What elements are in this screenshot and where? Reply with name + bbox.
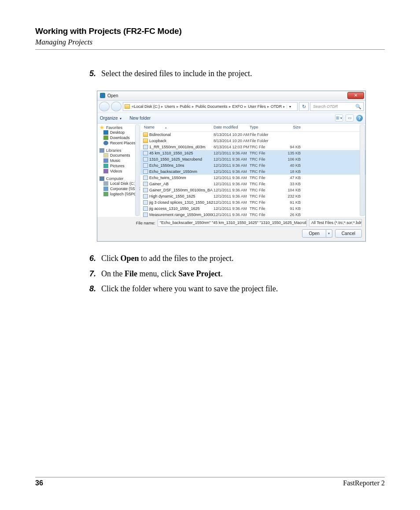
new-folder-button[interactable]: New folder: [129, 116, 151, 121]
filename-value: "Echo_backscatter_1550nm" "45 km_1310_15…: [160, 220, 307, 225]
sidebar-logitech[interactable]: logitech (\\SPQC: [110, 192, 140, 196]
refresh-button[interactable]: ↻: [299, 102, 309, 111]
breadcrumb-part[interactable]: OTDR: [271, 104, 282, 109]
recent-icon: [103, 141, 108, 145]
dialog-title: Open: [107, 93, 347, 98]
music-icon: [103, 158, 108, 163]
section-subtitle: Managing Projects: [35, 38, 385, 47]
library-icon: [99, 148, 104, 153]
file-row[interactable]: Gainer_DSF_1550nm_00100ns_BA12/1/2011 9:…: [140, 187, 365, 193]
file-icon: [143, 213, 148, 217]
file-row[interactable]: Echo_twins_1550nm12/1/2011 9:36 AMTRC Fi…: [140, 175, 365, 181]
file-row[interactable]: 1310_1550_1625_Macrobend12/1/2011 9:36 A…: [140, 156, 365, 162]
file-icon: [143, 151, 148, 155]
file-size: 94 KB: [279, 145, 304, 149]
breadcrumb-part[interactable]: Users: [165, 104, 175, 109]
sidebar-computer[interactable]: Computer: [106, 176, 124, 181]
back-button[interactable]: [99, 102, 110, 111]
file-date: 12/1/2011 9:36 AM: [214, 213, 250, 217]
folder-icon: [143, 139, 148, 143]
network-icon: [103, 187, 108, 191]
file-row[interactable]: 45 km_1310_1550_162512/1/2011 9:36 AMTRC…: [140, 150, 365, 156]
file-row[interactable]: High dynamic_1550_162512/1/2011 9:36 AMT…: [140, 193, 365, 199]
file-name: Gainer_DSF_1550nm_00100ns_BA: [149, 188, 214, 192]
sidebar-downloads[interactable]: Downloads: [110, 136, 130, 140]
file-type: TRC File: [250, 200, 279, 205]
sidebar-favorites[interactable]: Favorites: [106, 125, 122, 130]
step-number: 5.: [88, 67, 101, 80]
file-row[interactable]: 1_RR_1550nm_00010ns_d03m8/13/2014 12:03 …: [140, 144, 365, 150]
col-size[interactable]: Size: [279, 125, 304, 129]
sidebar-recent[interactable]: Recent Places: [110, 141, 136, 145]
file-row[interactable]: Measurement range_1550nm_10000ns12/1/201…: [140, 212, 365, 218]
sidebar-localdisk[interactable]: Local Disk (C:): [110, 181, 136, 186]
filename-label: File name:: [133, 220, 155, 225]
network-icon: [103, 192, 108, 196]
view-button[interactable]: ⊞▾: [335, 114, 343, 121]
filename-input[interactable]: "Echo_backscatter_1550nm" "45 km_1310_15…: [158, 219, 307, 227]
file-type: TRC File: [250, 169, 279, 174]
search-input[interactable]: Search OTDR 🔍: [310, 102, 364, 111]
file-icon: [143, 145, 148, 149]
breadcrumb-part[interactable]: Local Disk (C:): [134, 104, 160, 109]
breadcrumb-part[interactable]: User Files: [248, 104, 266, 109]
sidebar-videos[interactable]: Videos: [110, 169, 122, 173]
file-row[interactable]: Bidirectional8/13/2014 10:20 AMFile Fold…: [140, 132, 365, 138]
file-date: 12/1/2011 9:36 AM: [214, 157, 250, 161]
file-icon: [143, 169, 148, 174]
file-row[interactable]: Gainer_AB12/1/2011 9:36 AMTRC File33 KB: [140, 181, 365, 187]
breadcrumb-part[interactable]: EXFO: [232, 104, 243, 109]
file-size: 232 KB: [279, 194, 304, 198]
file-name: Loopback: [149, 139, 214, 143]
sidebar-documents[interactable]: Documents: [110, 153, 130, 158]
desktop-icon: [103, 130, 108, 135]
search-placeholder: Search OTDR: [313, 104, 338, 109]
file-row[interactable]: Echo_1550ns_10ns12/1/2011 9:36 AMTRC Fil…: [140, 162, 365, 169]
picture-icon: [103, 164, 108, 168]
file-size: 91 KB: [279, 206, 304, 211]
close-button[interactable]: ✕: [347, 92, 364, 99]
file-icon: [143, 176, 148, 180]
breadcrumb-bar[interactable]: « Local Disk (C:)▸ Users▸ Public▸ Public…: [123, 102, 298, 111]
sidebar-libraries[interactable]: Libraries: [106, 148, 122, 153]
sidebar-corporate[interactable]: Corporate (\\SPC: [110, 187, 140, 191]
file-icon: [143, 206, 148, 211]
open-button[interactable]: Open ▾: [302, 229, 332, 238]
file-size: 18 KB: [279, 169, 304, 174]
file-date: 12/1/2011 9:36 AM: [214, 151, 250, 155]
file-row[interactable]: jig 3 closed splices_1310_1550_162512/1/…: [140, 199, 365, 205]
file-date: 12/1/2011 9:36 AM: [214, 188, 250, 192]
breadcrumb-part[interactable]: Public Documents: [195, 104, 228, 109]
cancel-button[interactable]: Cancel: [335, 229, 362, 238]
file-name: Bidirectional: [149, 132, 214, 137]
file-date: 12/1/2011 9:36 AM: [214, 206, 250, 211]
file-date: 12/1/2011 9:36 AM: [214, 176, 250, 180]
step-text: Click the folder where you want to save …: [101, 283, 385, 295]
open-button-main[interactable]: Open: [302, 229, 326, 238]
step-number: 8.: [88, 283, 101, 295]
video-icon: [103, 169, 108, 173]
open-button-dropdown[interactable]: ▾: [326, 229, 332, 238]
organize-button[interactable]: Organize ▾: [100, 116, 122, 121]
file-row[interactable]: Echo_backscatter_1550nm12/1/2011 9:36 AM…: [140, 169, 365, 175]
col-type[interactable]: Type: [250, 125, 279, 129]
breadcrumb-dropdown[interactable]: ▾: [287, 105, 293, 109]
folder-icon: [143, 132, 148, 137]
file-name: Gainer_AB: [149, 182, 214, 186]
filetype-select[interactable]: All Test Files (*.trc;*.sor;*.bdr;*.f ▾: [309, 219, 362, 227]
step-text: On the File menu, click Save Project.: [101, 268, 385, 280]
file-row[interactable]: jig access_1310_1550_162512/1/2011 9:36 …: [140, 205, 365, 212]
sidebar-desktop[interactable]: Desktop: [110, 130, 125, 135]
file-row[interactable]: Loopback8/13/2014 10:20 AMFile Folder: [140, 138, 365, 144]
chevron-down-icon: ▾: [120, 117, 122, 121]
forward-button[interactable]: [111, 102, 122, 111]
file-name: Echo_1550ns_10ns: [149, 163, 214, 168]
sidebar-pictures[interactable]: Pictures: [110, 164, 125, 168]
col-date[interactable]: Date modified: [214, 125, 250, 129]
help-icon[interactable]: ?: [356, 115, 363, 121]
sidebar-music[interactable]: Music: [110, 158, 121, 163]
col-name[interactable]: Name▴: [140, 125, 214, 129]
file-size: 26 KB: [279, 213, 304, 217]
preview-button[interactable]: ▭: [346, 114, 354, 121]
breadcrumb-part[interactable]: Public: [180, 104, 191, 109]
